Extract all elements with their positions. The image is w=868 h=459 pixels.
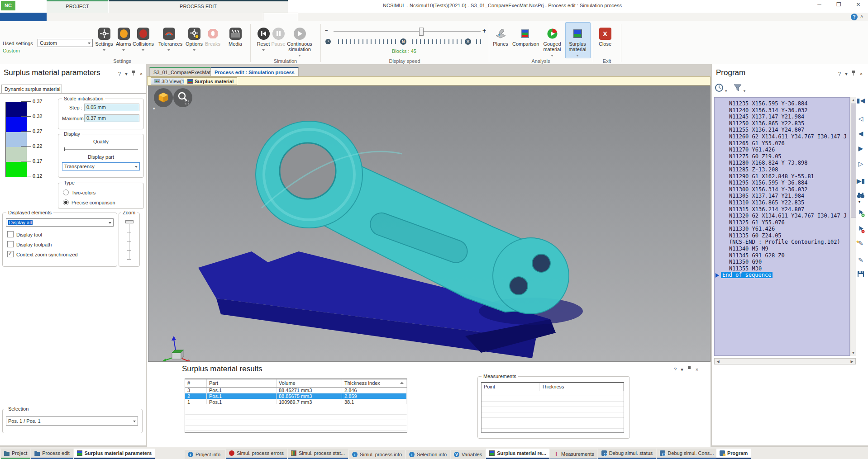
type-radio[interactable]: Two-colors: [63, 189, 95, 195]
options-button[interactable]: Options: [184, 28, 205, 52]
program-line[interactable]: N11260 G2 X134.611 Y34.767 I30.147 J: [715, 133, 849, 140]
speed-ticks[interactable]: [473, 39, 481, 44]
pin-icon[interactable]: [687, 366, 692, 371]
status-tab[interactable]: Measurements: [550, 450, 597, 459]
n-block-badge[interactable]: N: [400, 38, 406, 45]
help-icon[interactable]: ?: [851, 14, 858, 20]
program-line[interactable]: N11335 G0 Z24.05: [715, 232, 849, 239]
program-hscrollbar[interactable]: ◀ ▶: [714, 358, 856, 364]
results-row[interactable]: 3 Pos.1 88.45271 mm3 2.846: [185, 388, 407, 393]
status-tab[interactable]: Simul. process info: [349, 450, 405, 459]
x-stop-badge[interactable]: ✕: [465, 38, 471, 45]
status-tab[interactable]: Project info.: [185, 450, 225, 459]
comparison-button[interactable]: Comparison: [512, 28, 538, 47]
results-table-header[interactable]: # Part Volume Thickness index: [185, 379, 407, 388]
filter-icon[interactable]: [733, 84, 742, 92]
program-line[interactable]: N11350 G90: [715, 259, 849, 265]
selection-combo[interactable]: Pos. 1 / Pos. 1: [6, 416, 138, 426]
collisions-button[interactable]: Collisions: [133, 28, 153, 52]
program-line[interactable]: N11310 X136.865 Y22.835: [715, 199, 849, 206]
program-vscrollbar[interactable]: ▲ ▼: [850, 97, 856, 356]
used-settings-combo[interactable]: Custom: [38, 39, 93, 47]
remove-selection-icon[interactable]: [856, 225, 866, 235]
program-line[interactable]: N11275 G0 Z19.05: [715, 153, 849, 160]
search-binoculars-icon[interactable]: ▾: [856, 191, 866, 201]
continuous-simulation-button[interactable]: Continuous simulation: [285, 28, 314, 57]
speed-ticks[interactable]: [335, 39, 398, 44]
status-tab[interactable]: Simul. process stat...: [288, 449, 348, 459]
program-line[interactable]: N11270 Y61.426: [715, 147, 849, 153]
context-tab-project[interactable]: PROJECT: [47, 0, 108, 13]
close-simulation-button[interactable]: X Close: [595, 28, 615, 47]
close-icon[interactable]: ×: [696, 367, 698, 372]
step-forward-tagged-icon[interactable]: ▷: [856, 159, 866, 169]
chevron-down-icon[interactable]: ▾: [725, 89, 727, 93]
program-line[interactable]: N11345 G91 G28 Z0: [715, 252, 849, 259]
measurements-table[interactable]: Point Thickness: [481, 382, 624, 433]
gouged-material-button[interactable]: Gouged material: [540, 28, 564, 57]
col-thickness[interactable]: Thickness index: [342, 379, 407, 387]
status-tab[interactable]: Surplus material parameters: [74, 449, 155, 459]
col-num[interactable]: #: [185, 379, 207, 387]
edit-favorite-icon[interactable]: ★✎: [856, 239, 866, 249]
ribbon-tab[interactable]: [0, 13, 47, 21]
chevron-down-icon[interactable]: ▾: [744, 89, 746, 93]
tab-surplus-material-view[interactable]: Surplus material: [184, 77, 237, 85]
status-tab[interactable]: Simul. process errors: [226, 449, 287, 459]
program-line[interactable]: N11255 X136.214 Y24.807: [715, 127, 849, 133]
status-tab[interactable]: Variables: [451, 450, 485, 459]
speed-slider-handle[interactable]: [419, 28, 424, 36]
play-forward-icon[interactable]: ▶: [856, 144, 866, 154]
program-line[interactable]: N11330 Y61.426: [715, 226, 849, 232]
chevron-down-icon[interactable]: ▾: [125, 71, 128, 76]
program-line[interactable]: N11320 G2 X134.611 Y34.767 I30.147 J: [715, 213, 849, 219]
maximum-input[interactable]: 0.37 mm: [84, 114, 139, 122]
planes-button[interactable]: Planes: [490, 28, 511, 47]
program-line[interactable]: N11290 G1 X162.848 Y-55.81: [715, 173, 849, 180]
displayed-elements-combo[interactable]: Display all: [6, 218, 114, 227]
chevron-down-icon[interactable]: ▾: [153, 106, 155, 111]
help-icon[interactable]: ?: [838, 71, 841, 76]
breaks-button[interactable]: Breaks: [202, 28, 223, 47]
col-part[interactable]: Part: [207, 379, 277, 387]
quality-slider[interactable]: [64, 149, 138, 150]
help-icon[interactable]: ?: [674, 367, 677, 372]
program-line[interactable]: (NCS-END : Profile Contouring.102): [715, 239, 849, 246]
step-back-tagged-icon[interactable]: ◁: [856, 114, 866, 124]
type-radio[interactable]: Precise comparison: [63, 199, 115, 205]
program-line[interactable]: N11265 G1 Y55.076: [715, 140, 849, 147]
col-volume[interactable]: Volume: [277, 379, 342, 387]
ribbon-tab[interactable]: [75, 13, 109, 21]
ribbon-tab[interactable]: [164, 13, 224, 21]
minimize-button[interactable]: ─: [810, 0, 829, 10]
results-row[interactable]: 2 Pos.1 88.85675 mm3 2.859: [185, 393, 407, 399]
close-window-button[interactable]: ✕: [849, 0, 868, 10]
ribbon-tab[interactable]: [263, 13, 298, 21]
col-thickness[interactable]: Thickness: [539, 383, 624, 391]
display-checkbox[interactable]: Display toolpath: [7, 241, 52, 247]
program-line[interactable]: N11280 X168.824 Y-73.898: [715, 160, 849, 166]
program-line[interactable]: N11355 M30: [715, 265, 849, 272]
help-icon[interactable]: ?: [118, 71, 121, 76]
col-point[interactable]: Point: [482, 383, 539, 391]
pin-icon[interactable]: [852, 71, 856, 76]
settings-button[interactable]: Settings: [94, 28, 114, 52]
clock-icon[interactable]: [325, 38, 331, 45]
zoom-slider[interactable]: [124, 215, 134, 265]
isometric-view-button[interactable]: ▾: [154, 88, 173, 107]
chevron-down-icon[interactable]: ▾: [845, 71, 848, 76]
pin-icon[interactable]: [132, 71, 136, 76]
status-tab-program[interactable]: Program: [716, 449, 751, 459]
go-first-block-icon[interactable]: ▮◀: [856, 96, 866, 106]
tab-dynamic-surplus-material[interactable]: Dynamic surplus material: [1, 85, 62, 94]
ribbon-tab[interactable]: [47, 13, 75, 21]
program-line[interactable]: N11315 X136.214 Y24.807: [715, 206, 849, 213]
app-logo[interactable]: NC: [1, 1, 15, 10]
speed-slider-track[interactable]: [334, 31, 481, 32]
display-checkbox[interactable]: Display tool: [7, 231, 42, 237]
program-end-line[interactable]: End of sequence: [715, 272, 849, 279]
program-line[interactable]: N11340 M5 M9: [715, 246, 849, 252]
surplus-material-button[interactable]: Surplus material: [567, 28, 588, 57]
program-line[interactable]: N11240 X156.314 Y-36.032: [715, 107, 849, 114]
status-tab[interactable]: Process edit: [31, 449, 73, 459]
